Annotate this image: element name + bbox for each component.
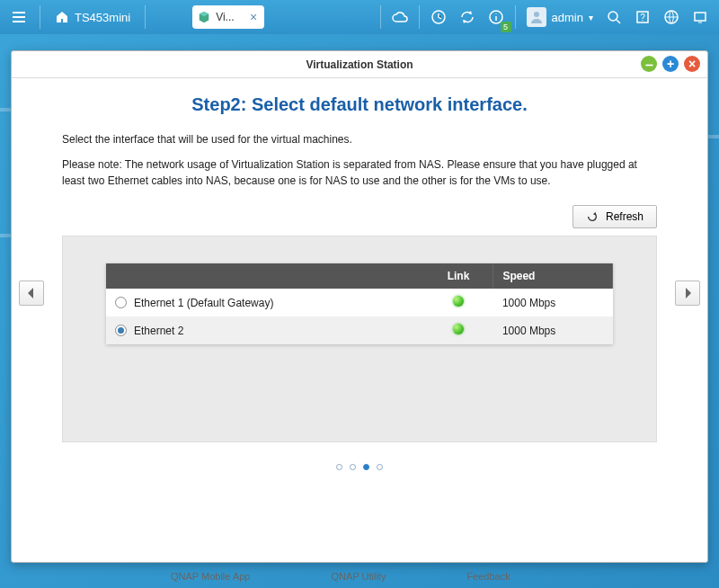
- refresh-icon: [586, 210, 599, 223]
- interface-speed: 1000 Mbps: [493, 289, 613, 316]
- window-title: Virtualization Station: [306, 58, 413, 71]
- wizard-heading: Step2: Select default network interface.: [62, 94, 657, 115]
- table-row[interactable]: Ethernet 1 (Default Gateway) 1000 Mbps: [106, 289, 613, 316]
- cube-icon: [198, 11, 210, 23]
- divider: [419, 5, 420, 29]
- cloud-icon[interactable]: [386, 4, 413, 31]
- clock-icon[interactable]: [425, 4, 452, 31]
- interface-label: Ethernet 1 (Default Gateway): [134, 297, 273, 309]
- menu-icon[interactable]: [5, 4, 32, 31]
- help-icon[interactable]: ?: [629, 4, 656, 31]
- device-name-label: TS453mini: [75, 11, 130, 24]
- svg-point-3: [608, 12, 617, 21]
- link-led-icon: [453, 324, 464, 334]
- divider: [380, 5, 381, 29]
- language-icon[interactable]: [658, 4, 685, 31]
- refresh-button[interactable]: Refresh: [573, 205, 657, 228]
- wizard-desc-line2: Please note: The network usage of Virtua…: [62, 156, 657, 189]
- svg-rect-7: [695, 13, 706, 21]
- info-icon[interactable]: [483, 4, 510, 31]
- chevron-down-icon: ▾: [589, 13, 593, 22]
- dashboard-icon[interactable]: [687, 4, 714, 31]
- col-name: [106, 263, 424, 289]
- app-window: Virtualization Station ‒ + × Step2: Sele…: [11, 50, 708, 563]
- wizard-desc-line1: Select the interface that will be used f…: [62, 131, 657, 147]
- tab-label: Vi...: [216, 11, 234, 23]
- window-titlebar: Virtualization Station ‒ + ×: [12, 51, 707, 78]
- home-device[interactable]: TS453mini: [48, 10, 138, 24]
- sync-icon[interactable]: [454, 4, 481, 31]
- search-icon[interactable]: [600, 4, 627, 31]
- refresh-label: Refresh: [606, 210, 644, 223]
- svg-text:?: ?: [640, 13, 645, 22]
- link-led-icon: [453, 296, 464, 307]
- shortcut-label: Feedback: [466, 571, 510, 582]
- wizard-description: Select the interface that will be used f…: [62, 131, 657, 189]
- wizard-prev-button[interactable]: [19, 281, 44, 306]
- system-topbar: TS453mini Vi... × admin ▾: [0, 0, 719, 34]
- chevron-left-icon: [27, 288, 36, 298]
- divider: [515, 5, 516, 29]
- table-row[interactable]: Ethernet 2 1000 Mbps: [106, 316, 613, 344]
- col-link: Link: [424, 263, 493, 289]
- window-minimize-button[interactable]: ‒: [641, 56, 657, 72]
- tab-close-icon[interactable]: ×: [250, 10, 257, 24]
- svg-point-2: [534, 12, 539, 17]
- desktop-shortcut-row: QNAP Mobile App QNAP Utility Feedback: [0, 565, 719, 588]
- app-tab-virtualization[interactable]: Vi... ×: [192, 5, 264, 29]
- wizard-page-dots: [62, 464, 657, 470]
- shortcut-label: QNAP Utility: [331, 571, 386, 582]
- col-speed: Speed: [493, 263, 613, 289]
- page-dot[interactable]: [363, 464, 369, 470]
- interfaces-table: Link Speed Ethernet 1 (Default Gateway) …: [106, 263, 613, 344]
- chevron-right-icon: [683, 288, 692, 298]
- divider: [40, 5, 40, 29]
- divider: [145, 5, 146, 29]
- page-dot[interactable]: [350, 464, 356, 470]
- interface-speed: 1000 Mbps: [493, 316, 613, 344]
- user-name-label: admin: [552, 11, 583, 24]
- radio-interface-0[interactable]: [115, 297, 127, 308]
- home-icon: [55, 10, 69, 24]
- page-dot[interactable]: [336, 464, 342, 470]
- interfaces-panel: Link Speed Ethernet 1 (Default Gateway) …: [62, 236, 657, 442]
- interface-label: Ethernet 2: [134, 325, 183, 337]
- window-close-button[interactable]: ×: [684, 56, 700, 72]
- radio-interface-1[interactable]: [115, 325, 127, 336]
- window-maximize-button[interactable]: +: [662, 56, 679, 72]
- shortcut-label: QNAP Mobile App: [171, 571, 250, 582]
- wizard-next-button[interactable]: [675, 281, 700, 306]
- avatar-icon: [527, 7, 546, 27]
- page-dot[interactable]: [377, 464, 383, 470]
- window-content: Step2: Select default network interface.…: [12, 78, 707, 562]
- user-menu[interactable]: admin ▾: [521, 7, 599, 27]
